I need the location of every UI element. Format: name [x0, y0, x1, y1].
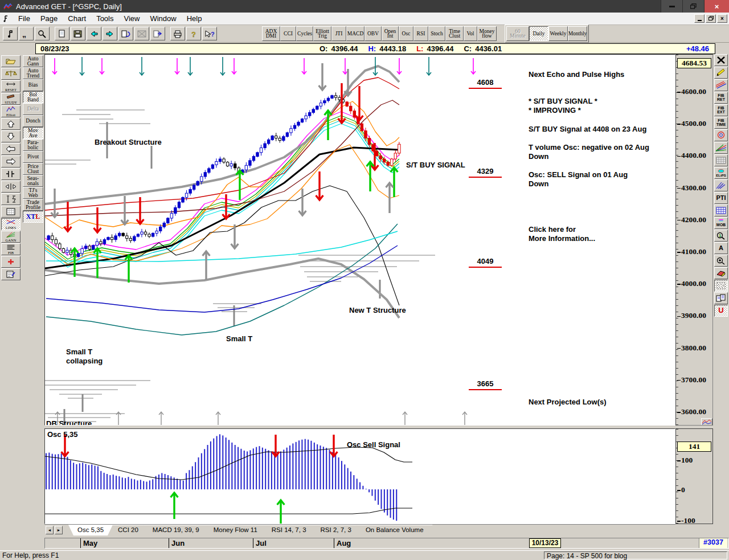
- study-toggle-tjs-web[interactable]: TJ'sWeb: [23, 187, 43, 199]
- pin-icon[interactable]: [3, 27, 18, 40]
- grid-tool-button[interactable]: [1, 206, 21, 218]
- study-toggle-para--bolic[interactable]: Para-bolic: [23, 139, 43, 151]
- tab-scroll-right-button[interactable]: ►: [55, 526, 63, 534]
- arrow-up-tool-button[interactable]: [1, 118, 21, 130]
- expand-bars-tool-button[interactable]: [1, 168, 21, 180]
- study-toggle-auto-trend[interactable]: AutoTrend: [23, 67, 43, 79]
- study-button-vol[interactable]: Vol: [464, 26, 477, 41]
- tab-on-balance-volume[interactable]: On Balance Volume: [357, 525, 433, 536]
- magnifier-icon[interactable]: [35, 27, 50, 40]
- mdi-minimize-button[interactable]: [694, 14, 705, 23]
- study-button-cci[interactable]: CCI: [280, 26, 296, 41]
- timeframe-monthly[interactable]: Monthly: [568, 26, 587, 41]
- fib-ext-tool-button[interactable]: FIBEXT: [714, 104, 728, 116]
- window-close-button[interactable]: ×: [704, 0, 729, 13]
- study-button-obv[interactable]: OBV: [364, 26, 382, 41]
- a-tool-button[interactable]: A: [714, 242, 728, 254]
- mob-tool-button[interactable]: MOB: [714, 217, 728, 229]
- menu-help[interactable]: Help: [182, 13, 207, 24]
- menu-tools[interactable]: Tools: [91, 13, 118, 24]
- back-arrow-icon[interactable]: [87, 27, 101, 40]
- fib-tool-button[interactable]: FIB: [1, 243, 21, 255]
- forward-arrow-icon[interactable]: [103, 27, 117, 40]
- tab-osc-5-35[interactable]: Osc 5,35: [68, 525, 113, 536]
- timeframe-daily[interactable]: Daily: [529, 26, 548, 41]
- cross-tool-button[interactable]: [1, 256, 21, 268]
- quote-icon[interactable]: „: [19, 27, 34, 40]
- oscillator-panel[interactable]: Osc 5,35 Osc Sell Signal: [44, 428, 675, 524]
- mdi-restore-button[interactable]: [706, 14, 716, 23]
- study-toggle-trade-profile[interactable]: TradeProfile: [23, 199, 43, 211]
- refresh-icon[interactable]: [150, 27, 165, 40]
- arrow-down-tool-button[interactable]: [1, 130, 21, 142]
- pitchfork-tool-button[interactable]: [714, 179, 728, 191]
- fan-lines-tool-button[interactable]: [714, 142, 728, 154]
- study-button-macd[interactable]: MACD: [346, 26, 364, 41]
- window-restore-button[interactable]: [682, 0, 704, 13]
- fib-time-tool-button[interactable]: FIBTIME: [714, 117, 728, 129]
- arrow-left-tool-button[interactable]: [1, 143, 21, 155]
- zoom-in-tool-button[interactable]: [714, 255, 728, 267]
- tab-rsi-14-7-3[interactable]: RSI 14, 7, 3: [263, 525, 316, 536]
- parallel-lines-tool-button[interactable]: [714, 79, 728, 91]
- notes-tool-button[interactable]: [714, 292, 728, 304]
- more-info-link[interactable]: Click here for More Information...: [529, 225, 595, 243]
- arrow-right-tool-button[interactable]: [1, 156, 21, 167]
- study-toggle-seas--onals[interactable]: Seas-onals: [23, 175, 43, 187]
- menu-page[interactable]: Page: [35, 13, 63, 24]
- tab-money-flow-11[interactable]: Money Flow 11: [204, 525, 267, 536]
- study-button-elliott-trig[interactable]: ElliottTrig: [313, 26, 331, 41]
- study-button-osc[interactable]: Osc: [399, 26, 413, 41]
- delete-x-tool-button[interactable]: [714, 54, 728, 66]
- fib-tool-button[interactable]: [714, 129, 728, 141]
- timeframe-weekly[interactable]: Weekly: [548, 26, 568, 41]
- lines-tool-button[interactable]: LINES: [1, 218, 21, 230]
- fib-ret-tool-button[interactable]: FIBRET: [714, 92, 728, 104]
- mdi-close-button[interactable]: ×: [717, 14, 727, 23]
- study-button-rsi[interactable]: RSI: [413, 26, 428, 41]
- study-tool-button[interactable]: STUDY: [1, 93, 21, 105]
- dither-tool-button[interactable]: [714, 280, 728, 292]
- study-toggle-donch[interactable]: Donch: [23, 115, 43, 127]
- study-toggle-price-clust[interactable]: PriceClust: [23, 163, 43, 175]
- study-toggle-xtl[interactable]: XTL: [23, 211, 43, 223]
- menu-chart[interactable]: Chart: [63, 13, 91, 24]
- help-icon[interactable]: ?: [186, 27, 201, 40]
- tab-cci-20[interactable]: CCI 20: [109, 525, 148, 536]
- reset-tool-button[interactable]: RESET: [1, 80, 21, 92]
- print-icon[interactable]: [170, 27, 185, 40]
- grid-blue-tool-button[interactable]: [714, 205, 728, 216]
- compress-h-tool-button[interactable]: [1, 181, 21, 193]
- study-toggle-pivot[interactable]: Pivot: [23, 151, 43, 163]
- window-minimize-button[interactable]: [661, 0, 682, 13]
- folder-open-tool-button[interactable]: [1, 55, 21, 67]
- timeframe-60-minute[interactable]: 60Minute: [506, 26, 529, 41]
- new-doc-icon[interactable]: [55, 27, 69, 40]
- grid-gray-tool-button[interactable]: [714, 154, 728, 166]
- study-toggle-delta[interactable]: Delta: [23, 103, 43, 115]
- u-tool-button[interactable]: U: [714, 305, 728, 317]
- menu-view[interactable]: View: [118, 13, 145, 24]
- tab-macd-19-39-9[interactable]: MACD 19, 39, 9: [144, 525, 208, 536]
- grid-disabled-icon[interactable]: [134, 27, 149, 40]
- doc-refresh-icon[interactable]: [118, 27, 133, 40]
- study-toggle-mov-ave[interactable]: MovAve: [23, 127, 43, 139]
- pencil-tool-button[interactable]: [714, 67, 728, 79]
- elips-tool-button[interactable]: ELiPS: [714, 167, 728, 179]
- scales-tool-button[interactable]: [1, 68, 21, 80]
- study-button-jti[interactable]: JTI: [331, 26, 346, 41]
- eraser-tool-button[interactable]: [714, 267, 728, 279]
- study-button-time-clust[interactable]: TimeClust: [445, 26, 464, 41]
- context-help-icon[interactable]: ?: [202, 27, 217, 40]
- study-button-money-flow[interactable]: Moneyflow: [477, 26, 497, 41]
- compress-v-tool-button[interactable]: [1, 193, 21, 205]
- menu-window[interactable]: Window: [145, 13, 181, 24]
- elliott-tool-button[interactable]: Elliott: [1, 105, 21, 117]
- study-toggle-bias[interactable]: Bias: [23, 79, 43, 91]
- save-icon[interactable]: [71, 27, 85, 40]
- value-finder-tool-button[interactable]: 1: [714, 230, 728, 242]
- study-button-stoch[interactable]: Stoch: [428, 26, 445, 41]
- study-button-cycles[interactable]: Cycles: [296, 26, 313, 41]
- study-button-adx-dmi[interactable]: ADXDMI: [262, 26, 280, 41]
- study-toggle-bol-band[interactable]: BolBand: [23, 91, 43, 103]
